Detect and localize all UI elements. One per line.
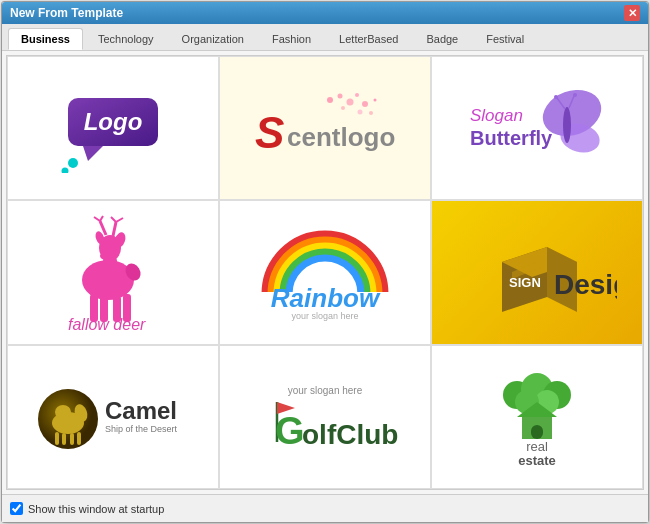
svg-line-31 [113, 222, 116, 236]
svg-text:real: real [526, 439, 548, 454]
svg-point-20 [554, 95, 558, 99]
svg-rect-74 [531, 425, 543, 439]
logo-svg: Logo [53, 83, 173, 173]
svg-text:Slogan: Slogan [470, 106, 523, 125]
golf-svg: your slogan here G olfClub [245, 372, 405, 462]
tab-business[interactable]: Business [8, 28, 83, 50]
template-sign-design[interactable]: SIGN Design [431, 200, 643, 344]
template-fallow-deer[interactable]: fallow deer [7, 200, 219, 344]
svg-text:your slogan here: your slogan here [291, 311, 358, 321]
tab-bar: Business Technology Organization Fashion… [2, 24, 648, 51]
svg-text:olfClub: olfClub [302, 419, 398, 450]
svg-rect-57 [62, 433, 66, 445]
svg-rect-59 [77, 432, 81, 445]
camel-svg: Camel Ship of the Desert [33, 377, 193, 457]
svg-point-7 [347, 99, 354, 106]
show-at-startup-checkbox[interactable] [10, 502, 23, 515]
sign-design-svg: SIGN Design [457, 222, 617, 322]
svg-text:fallow deer: fallow deer [68, 316, 146, 332]
svg-rect-56 [55, 432, 59, 445]
svg-point-18 [563, 107, 571, 143]
deer-svg: fallow deer [48, 212, 178, 332]
svg-text:your slogan here: your slogan here [288, 385, 363, 396]
tab-fashion[interactable]: Fashion [259, 28, 324, 50]
footer-bar: Show this window at startup [2, 494, 648, 522]
svg-text:Logo: Logo [84, 108, 143, 135]
svg-text:Butterfly: Butterfly [470, 127, 553, 149]
svg-point-8 [355, 93, 359, 97]
svg-point-12 [374, 99, 377, 102]
close-button[interactable]: ✕ [624, 5, 640, 21]
svg-text:Camel: Camel [105, 397, 177, 424]
svg-rect-58 [70, 433, 74, 445]
svg-point-22 [573, 93, 577, 97]
show-at-startup-label[interactable]: Show this window at startup [28, 503, 164, 515]
tab-badge[interactable]: Badge [413, 28, 471, 50]
tab-festival[interactable]: Festival [473, 28, 537, 50]
titlebar: New From Template ✕ [2, 2, 648, 24]
svg-point-6 [338, 94, 343, 99]
template-slogan-butterfly[interactable]: Slogan Butterfly [431, 56, 643, 200]
svg-line-33 [111, 217, 116, 222]
svg-point-13 [341, 106, 345, 110]
main-window: New From Template ✕ Business Technology … [1, 1, 649, 523]
butterfly-svg: Slogan Butterfly [462, 83, 612, 173]
svg-marker-1 [83, 146, 103, 161]
template-scentlogo[interactable]: S centlogo [219, 56, 431, 200]
tab-organization[interactable]: Organization [169, 28, 257, 50]
svg-text:centlogo: centlogo [287, 122, 395, 152]
svg-text:SIGN: SIGN [509, 275, 541, 290]
template-rainbow[interactable]: Rainbow your slogan here [219, 200, 431, 344]
svg-point-9 [362, 101, 368, 107]
tab-letterbased[interactable]: LetterBased [326, 28, 411, 50]
svg-point-28 [100, 252, 112, 260]
tab-technology[interactable]: Technology [85, 28, 167, 50]
svg-point-11 [369, 111, 373, 115]
scentlogo-svg: S centlogo [245, 88, 405, 168]
svg-text:Rainbow: Rainbow [271, 283, 381, 313]
svg-point-54 [55, 405, 71, 419]
svg-line-32 [116, 218, 123, 222]
template-grid: Logo [6, 55, 644, 490]
svg-point-3 [68, 158, 78, 168]
svg-text:Ship of the Desert: Ship of the Desert [105, 424, 178, 434]
template-camel[interactable]: Camel Ship of the Desert [7, 345, 219, 489]
realestate-svg: real estate [467, 367, 607, 467]
svg-point-4 [62, 168, 69, 174]
template-golf-club[interactable]: your slogan here G olfClub [219, 345, 431, 489]
svg-line-36 [100, 216, 103, 221]
rainbow-svg: Rainbow your slogan here [245, 222, 405, 322]
template-logo[interactable]: Logo [7, 56, 219, 200]
template-content: Logo [2, 51, 648, 494]
window-title: New From Template [10, 6, 123, 20]
svg-text:Design: Design [554, 269, 617, 300]
svg-point-10 [358, 110, 363, 115]
template-real-estate[interactable]: real estate [431, 345, 643, 489]
svg-text:G: G [275, 410, 305, 452]
svg-text:estate: estate [518, 453, 556, 467]
svg-line-35 [94, 217, 100, 221]
svg-point-5 [327, 97, 333, 103]
svg-text:S: S [255, 108, 284, 157]
